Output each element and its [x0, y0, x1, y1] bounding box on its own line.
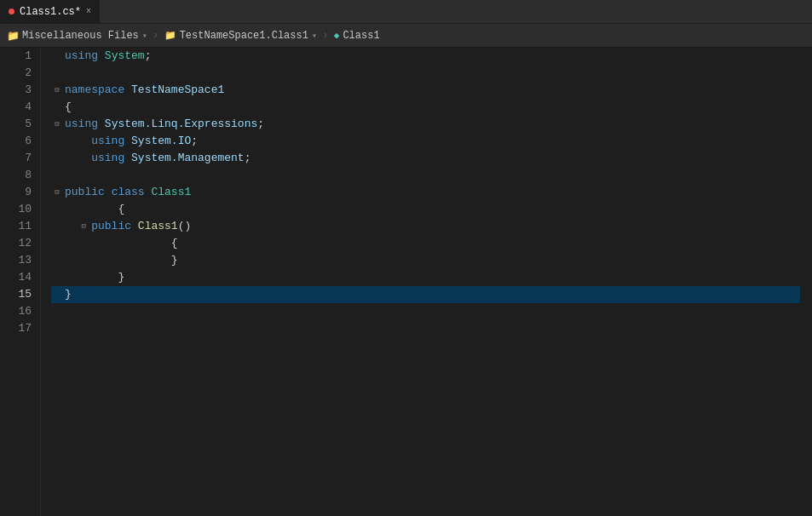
token: System.Management	[131, 150, 245, 167]
line-number: 11	[0, 218, 32, 235]
token	[131, 218, 138, 235]
code-line: }	[51, 286, 800, 303]
line-number: 9	[0, 184, 32, 201]
token: ;	[191, 133, 198, 150]
line-number: 7	[0, 150, 32, 167]
indent-guide	[51, 218, 78, 235]
token: using	[91, 150, 124, 167]
collapse-icon[interactable]: ⊟	[51, 186, 63, 198]
code-line	[51, 167, 800, 184]
token: Class1	[151, 184, 191, 201]
folder-icon: 📁	[7, 30, 19, 42]
nav-folder-icon-2: 📁	[164, 30, 176, 41]
line-number: 13	[0, 252, 32, 269]
code-line	[51, 320, 800, 337]
token: class	[112, 184, 145, 201]
code-line: using System.IO;	[51, 133, 800, 150]
token: }	[118, 252, 177, 269]
code-line: using System.Management;	[51, 150, 800, 167]
code-line: }	[51, 269, 800, 286]
code-line: {	[51, 235, 800, 252]
scrollbar[interactable]	[800, 48, 812, 516]
nav-middle-dropdown[interactable]: ▾	[312, 31, 317, 41]
tab-bar: Class1.cs* ×	[0, 0, 812, 24]
line-numbers: 1234567891011121314151617	[0, 48, 41, 516]
line-number: 10	[0, 201, 32, 218]
token	[124, 133, 131, 150]
indent-guide	[51, 269, 78, 286]
line-number: 4	[0, 99, 32, 116]
collapse-icon[interactable]: ⊟	[51, 84, 63, 96]
line-number: 15	[0, 286, 32, 303]
line-number: 14	[0, 269, 32, 286]
nav-bar: 📁 Miscellaneous Files ▾ › 📁 TestNameSpac…	[0, 24, 812, 48]
token: public	[65, 184, 105, 201]
token	[124, 150, 131, 167]
code-line	[51, 303, 800, 320]
token: System.Linq.Expressions	[105, 116, 257, 133]
nav-middle-section[interactable]: 📁 TestNameSpace1.Class1 ▾	[164, 30, 317, 42]
line-number: 8	[0, 167, 32, 184]
nav-left-dropdown[interactable]: ▾	[142, 31, 147, 41]
line-number: 12	[0, 235, 32, 252]
indent-guide	[51, 133, 78, 150]
token: ;	[145, 48, 152, 65]
code-line: ⊟public Class1()	[51, 218, 800, 235]
code-line: }	[51, 252, 800, 269]
token: namespace	[65, 82, 124, 99]
code-area[interactable]: using System;⊟namespace TestNameSpace1{⊟…	[41, 48, 800, 516]
token: System	[105, 48, 145, 65]
token: }	[65, 286, 72, 303]
tab-close-button[interactable]: ×	[86, 7, 91, 16]
nav-separator-2: ›	[322, 29, 329, 42]
token: {	[65, 99, 72, 116]
code-line: ⊟public class Class1	[51, 184, 800, 201]
line-number: 2	[0, 65, 32, 82]
nav-right-label: Class1	[343, 30, 379, 42]
token	[124, 82, 131, 99]
indent-guide	[51, 150, 78, 167]
token: ;	[245, 150, 251, 167]
token: TestNameSpace1	[131, 82, 224, 99]
line-number: 16	[0, 303, 32, 320]
code-line: {	[51, 99, 800, 116]
collapse-icon[interactable]: ⊟	[78, 221, 89, 232]
token: {	[91, 201, 124, 218]
line-number: 1	[0, 48, 32, 65]
nav-separator-1: ›	[153, 29, 159, 42]
indent-guide	[51, 235, 104, 252]
token	[105, 184, 112, 201]
indent-guide	[51, 252, 104, 269]
class-icon: ◆	[334, 30, 340, 41]
token: ()	[178, 218, 192, 235]
token: public	[91, 218, 131, 235]
indent-guide	[51, 167, 78, 184]
token: ;	[257, 116, 264, 133]
token	[98, 116, 105, 133]
token: using	[65, 48, 98, 65]
code-line	[51, 65, 800, 82]
token: using	[65, 116, 98, 133]
tab-filename: Class1.cs*	[20, 6, 81, 18]
collapse-icon[interactable]: ⊟	[51, 118, 63, 130]
modified-dot	[9, 9, 14, 14]
token: Class1	[138, 218, 178, 235]
indent-guide	[51, 201, 78, 218]
code-line: ⊟using System.Linq.Expressions;	[51, 116, 800, 133]
editor: 1234567891011121314151617 using System;⊟…	[0, 48, 812, 516]
code-line: using System;	[51, 48, 800, 65]
active-tab[interactable]: Class1.cs* ×	[0, 0, 101, 23]
token: }	[91, 269, 124, 286]
token: using	[91, 133, 124, 150]
code-line: ⊟namespace TestNameSpace1	[51, 82, 800, 99]
code-line: {	[51, 201, 800, 218]
token: {	[118, 235, 177, 252]
token	[145, 184, 152, 201]
line-number: 17	[0, 320, 32, 337]
nav-left-section[interactable]: 📁 Miscellaneous Files ▾	[7, 30, 147, 42]
line-number: 6	[0, 133, 32, 150]
token: System.IO	[131, 133, 191, 150]
line-number: 5	[0, 116, 32, 133]
token	[98, 48, 105, 65]
nav-right-section[interactable]: ◆ Class1	[334, 30, 380, 42]
